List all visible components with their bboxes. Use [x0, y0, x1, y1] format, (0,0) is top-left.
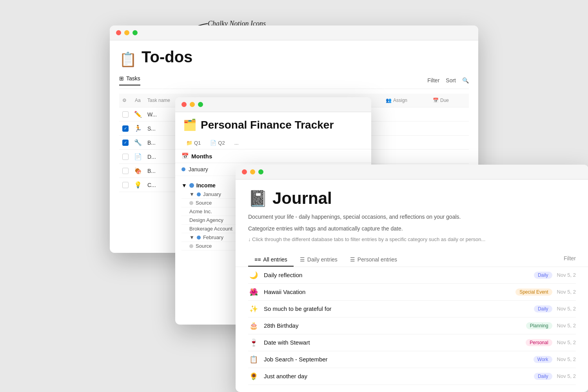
finance-minimize-button[interactable]: [190, 102, 195, 107]
task-checkbox-2[interactable]: [122, 125, 129, 132]
filter-label[interactable]: Filter: [427, 77, 439, 83]
journal-description2: Categorize entries with tags and automat…: [248, 224, 576, 233]
another-day-date: Nov 5, 2: [557, 373, 576, 379]
daily-reflection-badge: Daily: [534, 272, 552, 279]
daily-reflection-date: Nov 5, 2: [557, 272, 576, 278]
tab-daily-entries[interactable]: ☰ Daily entries: [294, 253, 344, 267]
task-icon-2: 🏃: [132, 125, 144, 132]
job-search-icon: 📋: [248, 355, 259, 364]
january-sub-toggle[interactable]: ▼: [189, 191, 194, 197]
another-day-name: Just another day: [264, 373, 529, 379]
birthday-icon: 🎂: [248, 321, 259, 330]
date-stewart-date: Nov 5, 2: [557, 339, 576, 345]
tab-q1[interactable]: 📁 Q1: [181, 138, 205, 149]
journal-maximize-button[interactable]: [258, 169, 263, 174]
another-day-badge: Daily: [534, 373, 552, 380]
all-entries-icon: ≡≡: [254, 256, 261, 263]
calendar-icon: 📅: [181, 152, 189, 160]
finance-maximize-button[interactable]: [198, 102, 203, 107]
todos-titlebar: [110, 25, 478, 40]
journal-filter[interactable]: Filter: [564, 253, 576, 267]
col-settings: ⚙: [119, 96, 132, 105]
todos-toolbar: ⊞ Tasks Filter Sort 🔍: [119, 75, 469, 89]
tab-all-entries[interactable]: ≡≡ All entries: [248, 253, 294, 267]
february-sub-toggle[interactable]: ▼: [189, 234, 194, 240]
tab-tasks[interactable]: ⊞ Tasks: [119, 75, 140, 85]
sort-label[interactable]: Sort: [446, 77, 456, 83]
source-icon: [189, 201, 193, 205]
source-feb-icon: [189, 244, 193, 248]
grateful-icon: ✨: [248, 305, 259, 313]
task-icon-6: 💡: [132, 181, 144, 189]
journal-window: 📓 Journal Document your life - daily hap…: [236, 165, 588, 392]
toolbar-actions: Filter Sort 🔍: [427, 77, 469, 83]
date-stewart-name: Date with Stewart: [264, 339, 521, 346]
income-jan-dot: [197, 192, 201, 196]
grateful-badge: Daily: [534, 305, 552, 312]
close-button[interactable]: [116, 30, 121, 35]
finance-header: 🗂️ Personal Finance Tracker: [175, 112, 371, 134]
income-feb-dot: [197, 236, 201, 240]
journal-title: Journal: [272, 189, 332, 208]
task-icon-5: 🍖: [132, 167, 144, 174]
date-stewart-badge: Personal: [526, 339, 552, 346]
journal-minimize-button[interactable]: [250, 169, 255, 174]
minimize-button[interactable]: [124, 30, 129, 35]
q2-icon: 📄: [210, 140, 216, 146]
journal-row-job-search[interactable]: 📋 Job Search - September Work Nov 5, 2: [248, 351, 576, 368]
todos-icon: 📋: [119, 51, 137, 68]
task-checkbox-6[interactable]: [122, 182, 129, 188]
journal-description: Document your life - daily happenings, s…: [248, 212, 576, 221]
journal-icon: 📓: [248, 189, 268, 208]
col-aa: Aa: [132, 96, 144, 105]
journal-row-another-day[interactable]: 🌻 Just another day Daily Nov 5, 2: [248, 368, 576, 385]
daily-entries-icon: ☰: [300, 256, 305, 263]
hawaii-icon: 🌺: [248, 288, 259, 296]
finance-close-button[interactable]: [181, 102, 187, 107]
tasks-tab-icon: ⊞: [119, 75, 124, 82]
income-icon: [189, 183, 194, 188]
journal-header: 📓 Journal Document your life - daily hap…: [236, 180, 588, 253]
journal-title-row: 📓 Journal: [248, 189, 576, 208]
finance-title: Personal Finance Tracker: [201, 119, 334, 131]
job-search-date: Nov 5, 2: [557, 356, 576, 362]
journal-row-date-stewart[interactable]: 🍷 Date with Stewart Personal Nov 5, 2: [248, 334, 576, 351]
journal-hint: ↓ Click through the different database t…: [248, 236, 576, 242]
grateful-date: Nov 5, 2: [557, 306, 576, 312]
task-checkbox-1[interactable]: [122, 111, 129, 118]
search-icon[interactable]: 🔍: [462, 77, 469, 83]
grateful-name: So much to be grateful for: [264, 305, 529, 312]
income-toggle-icon[interactable]: ▼: [181, 182, 187, 189]
finance-icon: 🗂️: [183, 118, 197, 131]
maximize-button[interactable]: [132, 30, 138, 35]
date-stewart-icon: 🍷: [248, 338, 259, 347]
months-view: 📅 Months: [175, 149, 371, 163]
journal-row-grateful[interactable]: ✨ So much to be grateful for Daily Nov 5…: [248, 301, 576, 318]
task-checkbox-4[interactable]: [122, 154, 129, 160]
birthday-badge: Planning: [526, 322, 552, 329]
journal-close-button[interactable]: [242, 169, 247, 174]
col-due: 📅 Due: [430, 96, 469, 105]
daily-reflection-name: Daily reflection: [264, 272, 529, 278]
daily-reflection-icon: 🌙: [248, 271, 259, 279]
todos-title: To-dos: [142, 48, 192, 66]
journal-row-birthday[interactable]: 🎂 28th Birthday Planning Nov 5, 2: [248, 318, 576, 334]
journal-tabs: ≡≡ All entries ☰ Daily entries ☰ Persona…: [236, 253, 588, 267]
journal-row-daily-reflection[interactable]: 🌙 Daily reflection Daily Nov 5, 2: [248, 267, 576, 284]
personal-entries-icon: ☰: [350, 256, 355, 263]
tab-q2[interactable]: 📄 Q2: [205, 138, 229, 149]
task-checkbox-5[interactable]: [122, 168, 129, 174]
tab-personal-entries[interactable]: ☰ Personal entries: [344, 253, 403, 267]
hawaii-badge: Special Event: [515, 289, 552, 296]
q1-icon: 📁: [186, 140, 192, 146]
tab-more[interactable]: ...: [230, 138, 243, 149]
task-icon-4: 📄: [132, 153, 144, 160]
task-checkbox-3[interactable]: [122, 140, 129, 146]
task-icon-1: ✏️: [132, 111, 144, 118]
journal-row-hawaii[interactable]: 🌺 Hawaii Vacation Special Event Nov 5, 2: [248, 284, 576, 301]
birthday-name: 28th Birthday: [264, 322, 521, 329]
job-search-badge: Work: [534, 356, 552, 363]
birthday-date: Nov 5, 2: [557, 323, 576, 328]
task-icon-3: 🔧: [132, 139, 144, 146]
finance-tabs: 📁 Q1 📄 Q2 ...: [175, 134, 371, 149]
